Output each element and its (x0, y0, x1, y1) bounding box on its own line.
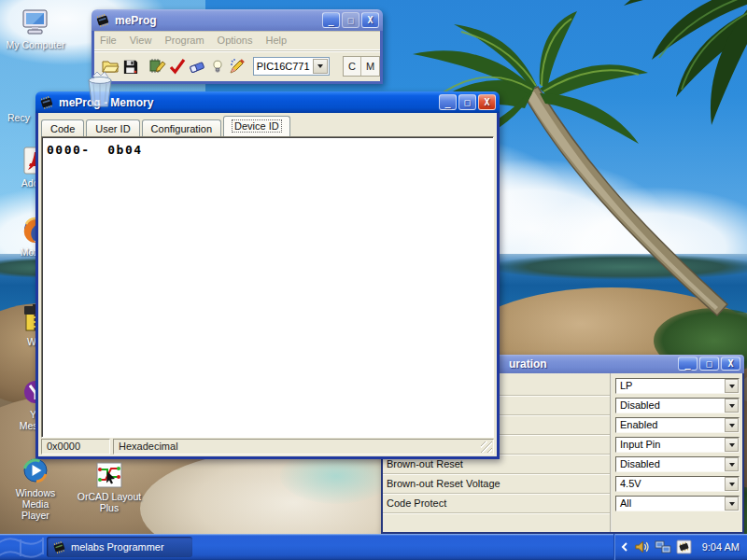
memory-window-body: Code User ID Configuration Device ID 000… (35, 113, 500, 459)
erase-icon (188, 57, 206, 76)
meprog-titlebar[interactable]: meProg _ □ X (92, 9, 383, 31)
chevron-down-icon (729, 502, 735, 506)
minimize-button[interactable]: _ (322, 12, 340, 28)
chip-icon (95, 13, 110, 28)
windows-flag-icon (0, 534, 50, 560)
dropdown-arrow-button[interactable] (725, 399, 739, 413)
minimize-button[interactable]: _ (439, 94, 457, 110)
device-combobox-value[interactable] (254, 58, 321, 75)
chevron-down-icon (729, 483, 735, 486)
menu-file[interactable]: File (100, 35, 117, 46)
island (486, 254, 747, 280)
tab-label: Configuration (151, 123, 212, 134)
dropdown-arrow-button[interactable] (725, 477, 739, 491)
chevron-down-icon (317, 64, 323, 68)
desktop-icon-label: Windows Media (2, 487, 69, 510)
desktop-icon-label: Plus (76, 502, 143, 513)
tab-device-id[interactable]: Device ID (223, 116, 290, 136)
config-dropdown[interactable]: Disabled (615, 398, 740, 413)
meprog-window-body: File View Program Options Help (92, 31, 383, 84)
save-file-icon (121, 58, 139, 76)
maximize-button[interactable]: □ (458, 94, 476, 110)
config-dropdown-value: All (620, 497, 631, 509)
dropdown-arrow-button[interactable] (725, 497, 739, 511)
orcad-icon (95, 461, 123, 489)
desktop-icon-label: Player (2, 510, 69, 521)
taskbar-clock: 9:04 AM (702, 541, 740, 553)
system-tray: 9:04 AM (613, 534, 747, 560)
toolbar: C M (94, 50, 380, 81)
memory-content[interactable]: 0000- 0b04 (41, 136, 494, 438)
menu-view[interactable]: View (130, 35, 152, 46)
config-dropdown[interactable]: Disabled (615, 456, 740, 472)
resize-grip[interactable] (481, 441, 492, 453)
read-chip-button[interactable] (227, 55, 247, 77)
desktop-icon-orcad[interactable]: OrCAD Layout Plus (76, 461, 143, 513)
meprog-window-title: meProg (115, 14, 157, 27)
volume-icon[interactable] (634, 539, 650, 554)
config-window-title: uration (509, 357, 547, 371)
taskbar: melabs Programmer 9:04 AM (0, 534, 747, 560)
desktop-icon-label: OrCAD Layout (76, 491, 143, 502)
config-dropdown[interactable]: LP (615, 378, 740, 394)
maximize-button[interactable]: □ (342, 12, 359, 28)
program-chip-button[interactable] (148, 55, 167, 77)
config-dropdown-value: Disabled (620, 458, 660, 469)
chevron-down-icon (729, 443, 735, 447)
config-dropdown[interactable]: All (615, 496, 740, 511)
chip-icon (39, 95, 54, 110)
config-row-label: Code Protect (387, 497, 603, 509)
config-dropdown-value: LP (620, 380, 632, 391)
c-button[interactable]: C (344, 57, 361, 76)
save-file-button[interactable] (120, 55, 139, 77)
collapse-chevron-icon[interactable] (620, 541, 629, 553)
network-icon[interactable] (655, 539, 671, 554)
device-combobox[interactable] (253, 57, 330, 76)
my-computer-icon (20, 7, 51, 37)
program-chip-icon (148, 57, 166, 76)
config-dropdown-value: Disabled (620, 399, 660, 411)
close-button[interactable]: X (478, 94, 496, 110)
tab-label: User ID (95, 123, 130, 134)
config-dropdown-value: Input Pin (620, 439, 660, 450)
dropdown-arrow-button[interactable] (725, 379, 739, 393)
minimize-button[interactable]: _ (678, 357, 698, 371)
tab-label: Code (50, 123, 75, 134)
read-chip-icon (228, 57, 247, 76)
tab-configuration[interactable]: Configuration (142, 119, 221, 136)
taskbar-button-melabs[interactable]: melabs Programmer (47, 537, 192, 557)
verify-button[interactable] (167, 55, 187, 77)
menu-options[interactable]: Options (218, 35, 253, 46)
dropdown-arrow-button[interactable] (725, 418, 739, 432)
dropdown-arrow-button[interactable] (725, 438, 739, 452)
close-button[interactable]: X (721, 357, 740, 371)
erase-button[interactable] (188, 55, 207, 77)
desktop-icon-my-computer[interactable]: My Computer (2, 7, 69, 50)
menu-help[interactable]: Help (266, 35, 288, 46)
chip-icon (52, 540, 66, 554)
blank-check-button[interactable] (207, 55, 227, 77)
menu-program[interactable]: Program (164, 35, 204, 46)
meprog-window: meProg _ □ X File View Program Options H… (92, 9, 383, 84)
maximize-button[interactable]: □ (699, 357, 719, 371)
dropdown-arrow-button[interactable] (725, 457, 739, 471)
config-dropdown[interactable]: Enabled (615, 417, 740, 433)
chevron-down-icon (729, 404, 735, 408)
config-dropdown[interactable]: 4.5V (615, 476, 740, 492)
tab-code[interactable]: Code (41, 119, 84, 136)
config-dropdown-value: Enabled (620, 419, 657, 430)
config-dropdown[interactable]: Input Pin (615, 437, 740, 453)
close-button[interactable]: X (361, 12, 379, 28)
recycle-bin-icon[interactable] (79, 71, 120, 114)
tab-label: Device ID (233, 120, 281, 132)
chevron-down-icon (729, 424, 735, 427)
config-row-label: Brown-out Reset Voltage (387, 478, 603, 489)
config-row: Brown-out Reset Voltage 4.5V (383, 474, 742, 494)
combobox-dropdown-button[interactable] (313, 59, 328, 74)
status-format: Hexadecimal (113, 439, 494, 455)
desktop-icon-windows-media-player[interactable]: Windows Media Player (2, 455, 69, 521)
programmer-tray-icon[interactable] (676, 539, 692, 554)
screen: { "desktop": { "icons": { "my_computer":… (0, 0, 747, 560)
m-button[interactable]: M (361, 57, 379, 76)
tab-user-id[interactable]: User ID (86, 119, 139, 136)
